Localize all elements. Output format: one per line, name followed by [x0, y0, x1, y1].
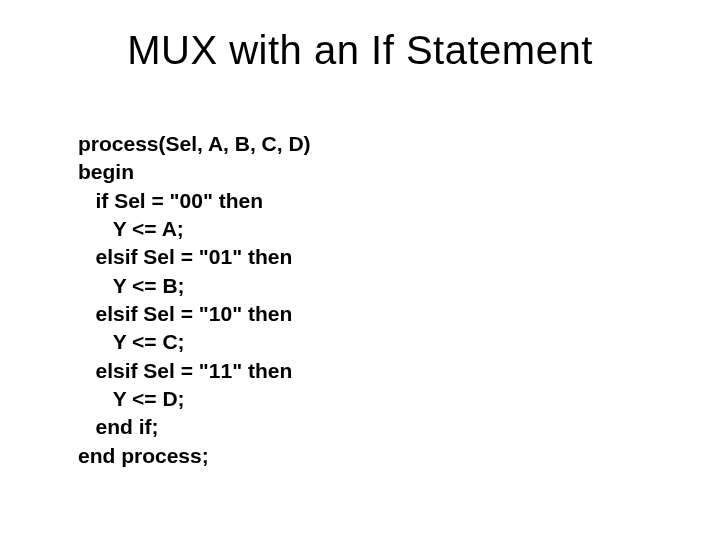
slide: MUX with an If Statement process(Sel, A,…: [0, 0, 720, 540]
slide-title: MUX with an If Statement: [0, 28, 720, 73]
code-block: process(Sel, A, B, C, D) begin if Sel = …: [78, 130, 311, 470]
